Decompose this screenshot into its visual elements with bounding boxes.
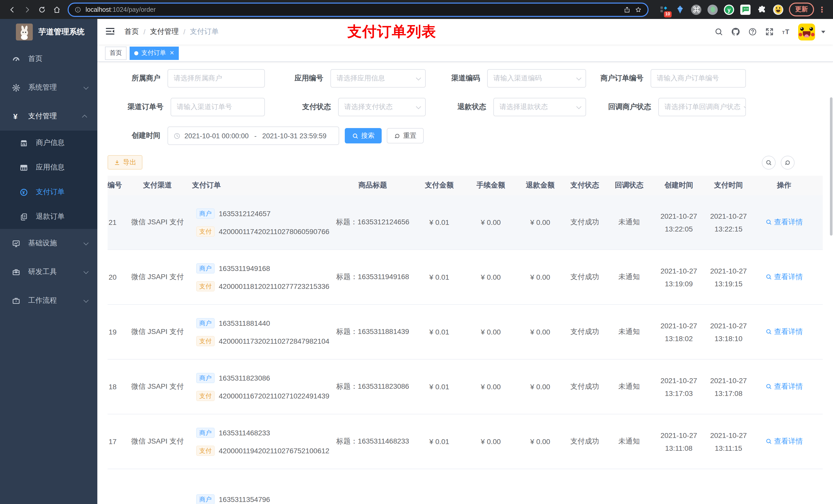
app-title: 芋道管理系统 — [39, 27, 85, 37]
bookmark-star-icon[interactable] — [635, 6, 642, 13]
date-range-input[interactable]: 2021-10-01 00:00:00 - 2021-10-31 23:59:5… — [168, 126, 339, 145]
browser-chrome: localhost:1024/pay/order 10 y 更新 ⋮ — [0, 0, 833, 19]
sidebar-item-支付管理[interactable]: ¥支付管理 — [0, 102, 97, 130]
help-icon[interactable] — [747, 27, 757, 37]
logo-rabbit-image — [16, 23, 33, 40]
tab-groups-extension-icon[interactable]: 10 — [658, 4, 669, 15]
gauge-icon — [12, 54, 21, 63]
tab-首页[interactable]: 首页 — [105, 46, 126, 60]
create-time: 2021-10-2713:18:02 — [654, 321, 704, 342]
reload-icon[interactable] — [35, 3, 49, 16]
view-detail-link[interactable]: 查看详情 — [765, 272, 803, 282]
input-所属商户[interactable]: 请选择所属商户 — [168, 69, 265, 88]
pay-tag: 支付 — [196, 281, 215, 291]
field-label: 所属商户 — [108, 74, 168, 83]
column-header-商品标题: 商品标题 — [333, 181, 412, 190]
pay-amount: ¥ 0.01 — [429, 328, 449, 336]
fee-amount: ¥ 0.00 — [481, 273, 501, 281]
sidebar-item-研发工具[interactable]: 研发工具 — [0, 258, 97, 286]
input-渠道订单号[interactable]: 请输入渠道订单号 — [171, 98, 265, 116]
export-button[interactable]: 导出 — [108, 155, 142, 170]
input-商户订单编号[interactable]: 请输入商户订单编号 — [651, 69, 746, 88]
pay-time: 2021-10-2713:11:15 — [704, 431, 753, 452]
sidebar-item-工作流程[interactable]: 工作流程 — [0, 286, 97, 315]
chat-extension-icon[interactable] — [740, 4, 751, 15]
url-bar[interactable]: localhost:1024/pay/order — [68, 2, 648, 17]
product-title: 标题：1635311949168 — [336, 272, 409, 281]
sidebar-item-应用信息[interactable]: 应用信息 — [0, 155, 97, 180]
sidebar-item-退款订单[interactable]: 退款订单 — [0, 205, 97, 229]
create-time: 2021-10-2713:19:09 — [654, 267, 704, 288]
refund-amount: ¥ 0.00 — [530, 437, 550, 446]
order-id: 21 — [109, 218, 117, 226]
pay-channel: 微信 JSAPI 支付 — [131, 437, 184, 445]
select-应用编号[interactable]: 请选择应用信息 — [330, 69, 426, 88]
search-button[interactable]: 搜索 — [345, 128, 382, 143]
green-dot-extension-icon[interactable] — [708, 4, 718, 15]
refresh-table-button[interactable] — [781, 155, 794, 169]
vue-devtools-extension-icon[interactable]: y — [724, 4, 734, 15]
chevron-down-icon — [744, 104, 746, 109]
view-detail-link[interactable]: 查看详情 — [765, 327, 803, 337]
field-label: 支付状态 — [265, 102, 338, 112]
reset-button[interactable]: 重置 — [387, 128, 424, 143]
tab-支付订单[interactable]: 支付订单✕ — [129, 46, 179, 60]
table-row: 商户1635311354796 — [108, 469, 823, 504]
breadcrumb-item[interactable]: 支付管理 — [150, 27, 179, 37]
scrollbar-thumb — [830, 97, 832, 236]
filter-row-create-time: 创建时间 2021-10-01 00:00:00 - 2021-10-31 23… — [108, 126, 823, 145]
extensions-puzzle-icon[interactable] — [757, 4, 767, 15]
merchant-order-no: 1635311823086 — [219, 374, 270, 382]
sidebar-item-基础设施[interactable]: 基础设施 — [0, 229, 97, 258]
yen-icon: ¥ — [12, 112, 21, 121]
refund-amount: ¥ 0.00 — [530, 273, 550, 281]
url-text: localhost:1024/pay/order — [86, 6, 156, 13]
table-row: 17微信 JSAPI 支付商户1635311468233支付4200001194… — [108, 414, 823, 469]
table-row: 18微信 JSAPI 支付商户1635311823086支付4200001167… — [108, 360, 823, 414]
forward-icon[interactable] — [20, 3, 34, 16]
github-icon[interactable] — [731, 27, 740, 37]
command-extension-icon[interactable] — [691, 4, 701, 15]
pay-amount: ¥ 0.01 — [429, 218, 449, 226]
sidebar-item-商户信息[interactable]: 商户信息 — [0, 130, 97, 155]
search-icon[interactable] — [714, 27, 723, 37]
toggle-search-button[interactable] — [762, 155, 776, 169]
font-size-icon[interactable]: TT — [781, 27, 791, 37]
pay-channel: 微信 JSAPI 支付 — [131, 382, 184, 390]
top-navbar: 首页/支付管理/支付订单 支付订单列表 TT — [97, 19, 833, 45]
scrollbar[interactable] — [829, 19, 833, 504]
browser-update-button[interactable]: 更新 — [789, 3, 814, 16]
breadcrumb-item[interactable]: 首页 — [124, 27, 139, 37]
sidebar-item-支付订单[interactable]: ¥支付订单 — [0, 180, 97, 205]
share-icon[interactable] — [623, 6, 630, 13]
close-tab-icon[interactable]: ✕ — [170, 50, 174, 56]
back-icon[interactable] — [5, 3, 19, 16]
view-detail-link[interactable]: 查看详情 — [765, 382, 803, 391]
table-toolbar: 导出 — [108, 155, 823, 170]
pay-time: 2021-10-2713:19:15 — [704, 267, 753, 288]
select-支付状态[interactable]: 请选择支付状态 — [338, 98, 426, 116]
home-icon[interactable] — [50, 3, 64, 16]
fullscreen-icon[interactable] — [764, 27, 774, 37]
svg-text:¥: ¥ — [22, 190, 25, 195]
merchant-tag: 商户 — [196, 263, 215, 273]
pay-order-no: 4200001167202110271022491439 — [219, 391, 329, 400]
sidebar-item-系统管理[interactable]: 系统管理 — [0, 73, 97, 102]
merchant-tag: 商户 — [196, 427, 215, 438]
browser-menu-icon[interactable]: ⋮ — [815, 5, 828, 14]
pay-status: 支付成功 — [570, 382, 599, 390]
view-detail-link[interactable]: 查看详情 — [765, 218, 803, 227]
select-回调商户状态[interactable]: 请选择订单回调商户状态 — [658, 98, 746, 116]
sidebar-collapse-icon[interactable] — [105, 26, 116, 38]
sidebar-item-首页[interactable]: 首页 — [0, 45, 97, 73]
select-退款状态[interactable]: 请选择退款状态 — [493, 98, 586, 116]
field-label: 渠道编码 — [426, 74, 487, 83]
avatar-dropdown-icon[interactable] — [821, 30, 825, 33]
user-avatar[interactable] — [798, 23, 815, 40]
select-渠道编码[interactable]: 请输入渠道编码 — [487, 69, 586, 88]
filter-field-退款状态: 退款状态请选择退款状态 — [426, 98, 586, 116]
toolbox-icon — [12, 268, 21, 276]
profile-avatar-icon[interactable] — [773, 4, 783, 15]
gem-extension-icon[interactable] — [675, 4, 685, 15]
view-detail-link[interactable]: 查看详情 — [765, 437, 803, 446]
